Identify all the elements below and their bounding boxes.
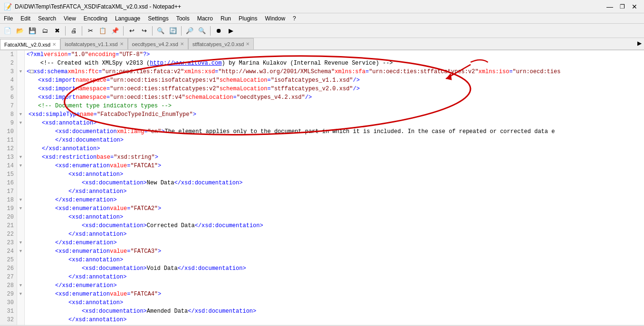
new-btn[interactable]: 📄 [2, 25, 13, 37]
code-line-16: <xsd:documentation> New Data </xsd:docum… [27, 179, 642, 187]
menu-settings[interactable]: Settings [144, 13, 172, 23]
fold-3[interactable]: ▼ [17, 67, 24, 76]
fold-18[interactable]: ▼ [17, 196, 24, 204]
code-editor[interactable]: <?xml version="1.0" encoding="UTF-8"?> <… [25, 50, 644, 325]
fold-14[interactable]: ▼ [17, 162, 24, 170]
code-line-12: </xsd:annotation> [27, 144, 642, 153]
fold-26 [17, 264, 24, 273]
run-btn[interactable]: ▶ [225, 25, 237, 37]
replace-btn[interactable]: 🔄 [167, 25, 179, 37]
tab-close-isofatca[interactable]: ✕ [120, 41, 124, 47]
fold-2 [17, 59, 24, 67]
minimize-button[interactable]: — [604, 1, 615, 12]
menu-edit[interactable]: Edit [17, 13, 34, 23]
tab-scroll-arrow[interactable]: ▶ [634, 38, 644, 49]
toolbar: 📄 📂 💾 🗂 ✖ 🖨 ✂ 📋 📌 ↩ ↪ 🔍 🔄 🔎 🔍 ⏺ ▶ [0, 24, 644, 38]
fold-22 [17, 230, 24, 239]
fold-23[interactable]: ▼ [17, 239, 24, 247]
code-line-22: </xsd:annotation> [27, 230, 642, 239]
menu-view[interactable]: View [60, 13, 80, 23]
line-num-26: 26 [3, 264, 14, 273]
close-button[interactable]: ✕ [629, 1, 640, 12]
code-line-26: <xsd:documentation> Void Data </xsd:docu… [27, 264, 642, 273]
menu-plugins[interactable]: Plugins [235, 13, 261, 23]
tab-label: isofatcatypes_v1.1.xsd [65, 41, 117, 47]
fold-5 [17, 85, 24, 93]
save-all-btn[interactable]: 🗂 [39, 25, 50, 37]
tab-fatcaxml[interactable]: FatcaXML_v2.0.xsd ✕ [0, 39, 60, 50]
menu-bar: File Edit Search View Encoding Language … [0, 13, 644, 24]
maximize-button[interactable]: ❐ [616, 1, 628, 12]
menu-window[interactable]: Window [261, 13, 289, 23]
line-num-2: 2 [3, 59, 14, 67]
cut-btn[interactable]: ✂ [85, 25, 96, 37]
fold-12 [17, 144, 24, 153]
fold-33[interactable]: ▼ [17, 324, 24, 325]
zoom-out-btn[interactable]: 🔍 [196, 25, 208, 37]
line-num-9: 9 [3, 119, 14, 127]
fold-25 [17, 256, 24, 264]
line-num-16: 16 [3, 179, 14, 187]
line-num-6: 6 [3, 93, 14, 102]
line-num-20: 20 [3, 213, 14, 221]
fold-7 [17, 102, 24, 110]
menu-encoding[interactable]: Encoding [80, 13, 111, 23]
line-num-32: 32 [3, 316, 14, 324]
tab-bar: FatcaXML_v2.0.xsd ✕ isofatcatypes_v1.1.x… [0, 38, 644, 50]
fold-19[interactable]: ▼ [17, 204, 24, 213]
menu-run[interactable]: Run [217, 13, 235, 23]
code-line-18: </xsd:enumeration> [27, 196, 642, 204]
tab-label: oecdtypes_v4.2.xsd [132, 41, 178, 47]
line-num-29: 29 [3, 290, 14, 298]
line-num-19: 19 [3, 204, 14, 213]
code-line-17: </xsd:annotation> [27, 187, 642, 196]
line-num-3: 3 [3, 67, 14, 76]
code-line-4: <xsd:import namespace="urn:oecd:ties:iso… [27, 76, 642, 85]
menu-language[interactable]: Language [111, 13, 144, 23]
fold-24[interactable]: ▼ [17, 247, 24, 256]
fold-8[interactable]: ▼ [17, 110, 24, 119]
close-btn[interactable]: ✖ [51, 25, 63, 37]
find-btn[interactable]: 🔍 [155, 25, 166, 37]
tab-close-fatcaxml[interactable]: ✕ [52, 42, 56, 47]
fold-32 [17, 316, 24, 324]
macro-btn[interactable]: ⏺ [213, 25, 224, 37]
fold-28[interactable]: ▼ [17, 281, 24, 290]
code-line-5: <xsd:import namespace="urn:oecd:ties:stf… [27, 85, 642, 93]
fold-11 [17, 136, 24, 144]
redo-btn[interactable]: ↪ [138, 25, 150, 37]
code-line-9: <xsd:annotation> [27, 119, 642, 127]
menu-macro[interactable]: Macro [193, 13, 217, 23]
open-btn[interactable]: 📂 [14, 25, 26, 37]
fold-13[interactable]: ▼ [17, 153, 24, 162]
tab-oecd[interactable]: oecdtypes_v4.2.xsd ✕ [128, 38, 188, 49]
line-num-23: 23 [3, 239, 14, 247]
tab-isofatca[interactable]: isofatcatypes_v1.1.xsd ✕ [60, 38, 127, 49]
print-btn[interactable]: 🖨 [68, 25, 79, 37]
menu-help[interactable]: ? [289, 13, 300, 23]
line-num-13: 13 [3, 153, 14, 162]
tab-stffatca[interactable]: stffatcatypes_v2.0.xsd ✕ [188, 38, 254, 49]
code-line-30: <xsd:annotation> [27, 298, 642, 307]
save-btn[interactable]: 💾 [27, 25, 38, 37]
title-bar: 📝 DA\DW\Temp\Test\FATCA_XSD\FatcaXML_v2.… [0, 0, 644, 13]
fold-20 [17, 213, 24, 221]
tab-close-stffatca[interactable]: ✕ [246, 41, 250, 47]
zoom-in-btn[interactable]: 🔎 [184, 25, 195, 37]
copy-btn[interactable]: 📋 [97, 25, 108, 37]
menu-tools[interactable]: Tools [173, 13, 193, 23]
code-area[interactable]: <?xml version="1.0" encoding="UTF-8"?> <… [25, 50, 644, 325]
fold-column: ▼ ▼ ▼ ▼ ▼ ▼ ▼ ▼ ▼ ▼ ▼ ▼ ▼ [17, 50, 25, 325]
paste-btn[interactable]: 📌 [109, 25, 121, 37]
fold-4 [17, 76, 24, 85]
menu-search[interactable]: Search [34, 13, 60, 23]
tab-close-oecd[interactable]: ✕ [180, 41, 184, 47]
menu-file[interactable]: File [0, 13, 17, 23]
fold-29[interactable]: ▼ [17, 290, 24, 298]
line-num-28: 28 [3, 281, 14, 290]
fold-9[interactable]: ▼ [17, 119, 24, 127]
line-num-22: 22 [3, 230, 14, 239]
line-num-17: 17 [3, 187, 14, 196]
fold-17 [17, 187, 24, 196]
undo-btn[interactable]: ↩ [126, 25, 137, 37]
